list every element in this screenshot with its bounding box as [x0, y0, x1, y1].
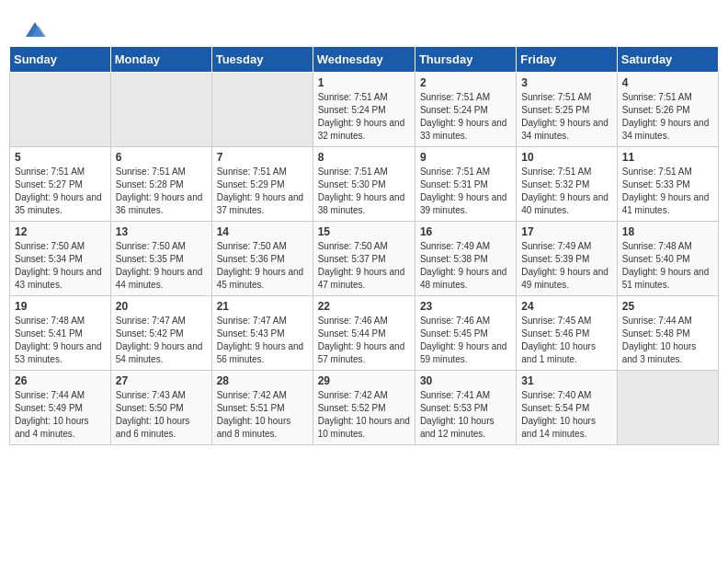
day-info: Sunrise: 7:51 AMSunset: 5:24 PMDaylight:…: [318, 91, 410, 143]
day-info: Sunrise: 7:50 AMSunset: 5:35 PMDaylight:…: [116, 240, 207, 292]
day-info: Sunrise: 7:49 AMSunset: 5:39 PMDaylight:…: [521, 240, 611, 292]
day-number: 22: [318, 300, 410, 313]
day-info: Sunrise: 7:42 AMSunset: 5:51 PMDaylight:…: [217, 389, 308, 441]
day-info: Sunrise: 7:51 AMSunset: 5:27 PMDaylight:…: [15, 166, 106, 217]
day-info: Sunrise: 7:41 AMSunset: 5:53 PMDaylight:…: [420, 389, 511, 441]
day-info: Sunrise: 7:47 AMSunset: 5:42 PMDaylight:…: [116, 315, 207, 366]
weekday-header-wednesday: Wednesday: [313, 47, 415, 73]
table-row: 7Sunrise: 7:51 AMSunset: 5:29 PMDaylight…: [211, 147, 313, 222]
day-info: Sunrise: 7:44 AMSunset: 5:49 PMDaylight:…: [15, 389, 106, 441]
day-number: 6: [116, 151, 207, 164]
weekday-header-friday: Friday: [517, 47, 617, 73]
day-number: 5: [15, 151, 106, 164]
table-row: 3Sunrise: 7:51 AMSunset: 5:25 PMDaylight…: [517, 73, 617, 147]
day-info: Sunrise: 7:40 AMSunset: 5:54 PMDaylight:…: [521, 389, 611, 441]
day-info: Sunrise: 7:51 AMSunset: 5:33 PMDaylight:…: [622, 166, 713, 217]
day-number: 13: [116, 225, 207, 238]
table-row: 4Sunrise: 7:51 AMSunset: 5:26 PMDaylight…: [617, 73, 718, 147]
table-row: 29Sunrise: 7:42 AMSunset: 5:52 PMDayligh…: [313, 371, 415, 445]
table-row: 21Sunrise: 7:47 AMSunset: 5:43 PMDayligh…: [211, 296, 313, 371]
day-info: Sunrise: 7:51 AMSunset: 5:30 PMDaylight:…: [318, 166, 410, 217]
table-row: 16Sunrise: 7:49 AMSunset: 5:38 PMDayligh…: [415, 222, 516, 296]
page-header: [9, 9, 719, 40]
day-info: Sunrise: 7:47 AMSunset: 5:43 PMDaylight:…: [217, 315, 308, 366]
table-row: 14Sunrise: 7:50 AMSunset: 5:36 PMDayligh…: [211, 222, 313, 296]
table-row: 17Sunrise: 7:49 AMSunset: 5:39 PMDayligh…: [517, 222, 617, 296]
calendar-table: SundayMondayTuesdayWednesdayThursdayFrid…: [9, 46, 719, 445]
table-row: 6Sunrise: 7:51 AMSunset: 5:28 PMDaylight…: [110, 147, 211, 222]
day-number: 20: [116, 300, 207, 313]
day-info: Sunrise: 7:49 AMSunset: 5:38 PMDaylight:…: [420, 240, 511, 292]
day-info: Sunrise: 7:48 AMSunset: 5:40 PMDaylight:…: [622, 240, 713, 292]
table-row: 18Sunrise: 7:48 AMSunset: 5:40 PMDayligh…: [617, 222, 718, 296]
day-info: Sunrise: 7:51 AMSunset: 5:28 PMDaylight:…: [116, 166, 207, 217]
day-info: Sunrise: 7:46 AMSunset: 5:44 PMDaylight:…: [318, 315, 410, 366]
day-number: 1: [318, 76, 410, 89]
table-row: 10Sunrise: 7:51 AMSunset: 5:32 PMDayligh…: [517, 147, 617, 222]
table-row: 1Sunrise: 7:51 AMSunset: 5:24 PMDaylight…: [313, 73, 415, 147]
day-number: 23: [420, 300, 511, 313]
calendar-week-row: 26Sunrise: 7:44 AMSunset: 5:49 PMDayligh…: [10, 371, 719, 445]
day-info: Sunrise: 7:51 AMSunset: 5:25 PMDaylight:…: [521, 91, 611, 143]
day-info: Sunrise: 7:51 AMSunset: 5:29 PMDaylight:…: [217, 166, 308, 217]
table-row: 9Sunrise: 7:51 AMSunset: 5:31 PMDaylight…: [415, 147, 516, 222]
table-row: [617, 371, 718, 445]
day-number: 19: [15, 300, 106, 313]
calendar-week-row: 1Sunrise: 7:51 AMSunset: 5:24 PMDaylight…: [10, 73, 719, 147]
table-row: 2Sunrise: 7:51 AMSunset: 5:24 PMDaylight…: [415, 73, 516, 147]
day-number: 2: [420, 76, 511, 89]
day-number: 25: [622, 300, 713, 313]
day-info: Sunrise: 7:51 AMSunset: 5:31 PMDaylight:…: [420, 166, 511, 217]
table-row: 12Sunrise: 7:50 AMSunset: 5:34 PMDayligh…: [10, 222, 111, 296]
day-number: 24: [521, 300, 611, 313]
day-info: Sunrise: 7:50 AMSunset: 5:37 PMDaylight:…: [318, 240, 410, 292]
day-info: Sunrise: 7:44 AMSunset: 5:48 PMDaylight:…: [622, 315, 713, 366]
day-info: Sunrise: 7:50 AMSunset: 5:36 PMDaylight:…: [217, 240, 308, 292]
day-number: 16: [420, 225, 511, 238]
calendar-week-row: 5Sunrise: 7:51 AMSunset: 5:27 PMDaylight…: [10, 147, 719, 222]
weekday-header-tuesday: Tuesday: [211, 47, 313, 73]
day-info: Sunrise: 7:46 AMSunset: 5:45 PMDaylight:…: [420, 315, 511, 366]
day-number: 30: [420, 374, 511, 387]
day-number: 8: [318, 151, 410, 164]
day-info: Sunrise: 7:43 AMSunset: 5:50 PMDaylight:…: [116, 389, 207, 441]
table-row: 19Sunrise: 7:48 AMSunset: 5:41 PMDayligh…: [10, 296, 111, 371]
table-row: 27Sunrise: 7:43 AMSunset: 5:50 PMDayligh…: [110, 371, 211, 445]
day-number: 14: [217, 225, 308, 238]
day-number: 7: [217, 151, 308, 164]
table-row: 5Sunrise: 7:51 AMSunset: 5:27 PMDaylight…: [10, 147, 111, 222]
day-number: 9: [420, 151, 511, 164]
table-row: [10, 73, 111, 147]
calendar-week-row: 12Sunrise: 7:50 AMSunset: 5:34 PMDayligh…: [10, 222, 719, 296]
day-number: 12: [15, 225, 106, 238]
day-number: 28: [217, 374, 308, 387]
table-row: 26Sunrise: 7:44 AMSunset: 5:49 PMDayligh…: [10, 371, 111, 445]
table-row: 11Sunrise: 7:51 AMSunset: 5:33 PMDayligh…: [617, 147, 718, 222]
day-info: Sunrise: 7:51 AMSunset: 5:32 PMDaylight:…: [521, 166, 611, 217]
day-info: Sunrise: 7:51 AMSunset: 5:26 PMDaylight:…: [622, 91, 713, 143]
day-number: 17: [521, 225, 611, 238]
table-row: 30Sunrise: 7:41 AMSunset: 5:53 PMDayligh…: [415, 371, 516, 445]
day-number: 4: [622, 76, 713, 89]
table-row: 20Sunrise: 7:47 AMSunset: 5:42 PMDayligh…: [110, 296, 211, 371]
day-number: 26: [15, 374, 106, 387]
weekday-header-row: SundayMondayTuesdayWednesdayThursdayFrid…: [10, 47, 719, 73]
table-row: [110, 73, 211, 147]
weekday-header-thursday: Thursday: [415, 47, 516, 73]
table-row: 31Sunrise: 7:40 AMSunset: 5:54 PMDayligh…: [517, 371, 617, 445]
day-number: 21: [217, 300, 308, 313]
weekday-header-monday: Monday: [110, 47, 211, 73]
day-info: Sunrise: 7:50 AMSunset: 5:34 PMDaylight:…: [15, 240, 106, 292]
weekday-header-saturday: Saturday: [617, 47, 718, 73]
calendar-week-row: 19Sunrise: 7:48 AMSunset: 5:41 PMDayligh…: [10, 296, 719, 371]
table-row: 24Sunrise: 7:45 AMSunset: 5:46 PMDayligh…: [517, 296, 617, 371]
table-row: 22Sunrise: 7:46 AMSunset: 5:44 PMDayligh…: [313, 296, 415, 371]
table-row: [211, 73, 313, 147]
table-row: 28Sunrise: 7:42 AMSunset: 5:51 PMDayligh…: [211, 371, 313, 445]
day-info: Sunrise: 7:45 AMSunset: 5:46 PMDaylight:…: [521, 315, 611, 366]
table-row: 15Sunrise: 7:50 AMSunset: 5:37 PMDayligh…: [313, 222, 415, 296]
day-number: 10: [521, 151, 611, 164]
logo-icon: [22, 17, 48, 42]
table-row: 23Sunrise: 7:46 AMSunset: 5:45 PMDayligh…: [415, 296, 516, 371]
table-row: 25Sunrise: 7:44 AMSunset: 5:48 PMDayligh…: [617, 296, 718, 371]
